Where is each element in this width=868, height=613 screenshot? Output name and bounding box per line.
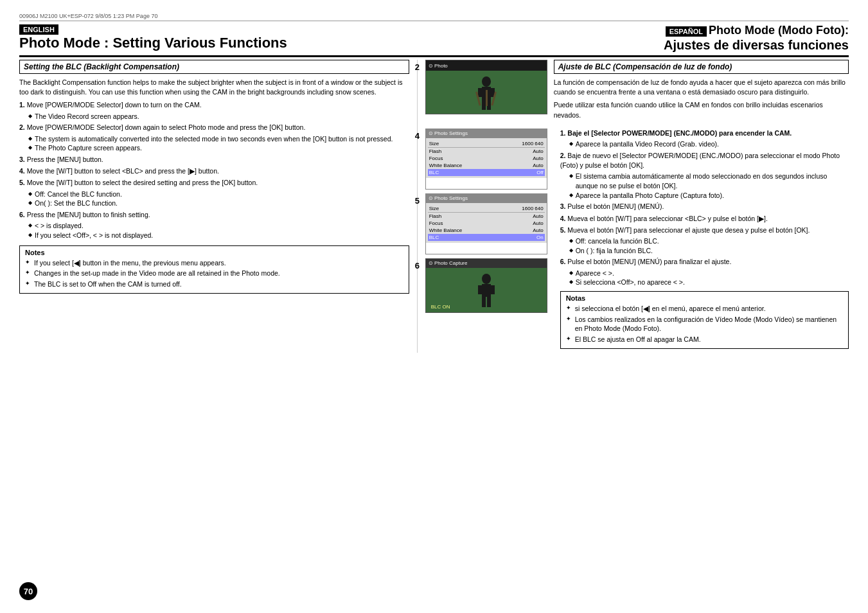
spanish-header: ESPAÑOL Photo Mode (Modo Foto): Ajustes … [660, 24, 849, 53]
photographer-icon [470, 74, 502, 112]
es-note-1: si selecciona el botón [◀] en el menú, a… [566, 304, 843, 314]
step-5-bullet-1: Off: Cancel the BLC function. [28, 190, 409, 199]
step-5: 5. Move the [W/T] button to select the d… [19, 178, 409, 208]
es-step-5-bullets: Off: cancela la función BLC. On ( ): fij… [560, 236, 849, 255]
left-column: Setting the BLC (Backlight Compensation)… [19, 60, 418, 353]
step-3: 3. Press the [MENU] button. [19, 155, 409, 164]
note-1: If you select [◀] button in the menu, th… [25, 258, 403, 268]
es-step-5: 5. Mueva el botón [W/T] para seleccionar… [560, 226, 849, 256]
screenshot-5-label: 5 [415, 196, 420, 206]
step-5-bullet-2: On( ): Set the BLC function. [28, 199, 409, 208]
step-2: 2. Move [POWER/MODE Selector] down again… [19, 123, 409, 153]
es-step-2: 2. Baje de nuevo el [Selector POWER/MODE… [560, 151, 849, 200]
es-step-6-b1: Aparece < >. [569, 269, 849, 278]
step-5-bullets: Off: Cancel the BLC function. On( ): Set… [19, 190, 409, 208]
step-4: 4. Move the [W/T] button to select <BLC>… [19, 166, 409, 176]
svg-rect-12 [490, 285, 495, 294]
notes-box-spanish: Notas si selecciona el botón [◀] en el m… [560, 291, 849, 349]
step-6-bullet-2: If you select <Off>, < > is not displaye… [28, 231, 409, 240]
es-step-5-b2: On ( ): fija la función BLC. [569, 246, 849, 256]
svg-rect-2 [478, 88, 483, 97]
spanish-section-title: Ajuste de BLC (Compensación de luz de fo… [554, 60, 849, 74]
screenshot-5-container: 5 ⊙ Photo Settings Size 1600 640 [425, 193, 554, 254]
english-section-title: Setting the BLC (Backlight Compensation) [19, 60, 409, 74]
menu-row-flash: Flash Auto [428, 148, 545, 155]
spanish-subtitle: Photo Mode (Modo Foto): [709, 24, 849, 37]
cam5-row-focus: Focus Auto [428, 220, 545, 227]
cam4-topbar: ⊙ Photo Settings [426, 129, 547, 138]
cam6-photographer-icon [470, 271, 502, 310]
english-steps: 1. Move [POWER/MODE Selector] down to tu… [19, 100, 409, 240]
es-step-2-b1: El sistema cambia automáticamente al mod… [569, 172, 849, 190]
svg-rect-13 [482, 297, 486, 307]
page-number: 70 [19, 582, 37, 600]
spanish-title: Ajustes de diversas funciones [660, 37, 849, 53]
english-header: ENGLISH Photo Mode : Setting Various Fun… [19, 24, 287, 51]
es-step-3: 3. Pulse el botón [MENU] (MENÚ). [560, 202, 849, 211]
english-intro: The Backlight Compensation function help… [19, 78, 409, 97]
svg-point-0 [482, 76, 491, 87]
top-meta: 00906J M2100 UK+ESP-072 9/8/05 1:23 PM P… [19, 13, 849, 21]
cam5-row-wb: White Balance Auto [428, 227, 545, 234]
english-badge: ENGLISH [19, 24, 58, 35]
cam5-menu: Size 1600 640 Flash Auto Focus Auto [426, 203, 547, 243]
cam5-topbar: ⊙ Photo Settings [426, 194, 547, 203]
step-6: 6. Press the [MENU] button to finish set… [19, 210, 409, 240]
notes-list-english: If you select [◀] button in the menu, th… [25, 258, 403, 289]
notes-box-english: Notes If you select [◀] button in the me… [19, 245, 409, 294]
cam5-row-size: Size 1600 640 [428, 205, 545, 213]
cam6-image: BLC ON [426, 268, 547, 313]
menu-row-wb: White Balance Auto [428, 162, 545, 169]
cam2-image [426, 71, 547, 114]
screenshot-4-label: 4 [415, 131, 420, 141]
page-header: ENGLISH Photo Mode : Setting Various Fun… [19, 24, 849, 57]
svg-rect-14 [487, 297, 491, 307]
es-step-1-b1: Aparece la pantalla Video Record (Grab. … [569, 139, 849, 149]
espanol-badge: ESPAÑOL [666, 26, 707, 37]
screenshot-4-container: 4 ⊙ Photo Settings Size 1600 640 [425, 129, 554, 190]
screenshot-6-label: 6 [415, 261, 420, 271]
step-1-bullet-1: The Video Record screen appears. [28, 112, 409, 121]
menu-row-size: Size 1600 640 [428, 140, 545, 148]
es-step-6-bullets: Aparece < >. Si selecciona <Off>, no apa… [560, 269, 849, 287]
step-2-bullets: The system is automatically converted in… [19, 134, 409, 153]
cam4-menu: Size 1600 640 Flash Auto Focus Auto [426, 138, 547, 178]
es-step-2-b2: Aparece la pantalla Photo Capture (Captu… [569, 191, 849, 200]
cam5-row-flash: Flash Auto [428, 213, 545, 220]
menu-row-blc: BLC Off [428, 169, 545, 176]
doc-ref: 00906J M2100 UK+ESP-072 9/8/05 1:23 PM P… [19, 13, 157, 19]
english-badge-container: ENGLISH [19, 24, 287, 35]
screenshot-5: ⊙ Photo Settings Size 1600 640 Flash Aut… [425, 193, 547, 254]
notes-title-spanish: Notas [566, 294, 843, 302]
spanish-intro2: Puede utilizar esta función cuando utili… [554, 100, 849, 120]
screenshot-4: ⊙ Photo Settings Size 1600 640 Flash Aut… [425, 129, 547, 190]
step-2-bullet-1: The system is automatically converted in… [28, 134, 409, 144]
screenshot-2-container: 2 ⊙ Photo [425, 60, 547, 123]
step-1-bullets: The Video Record screen appears. [19, 112, 409, 121]
screenshot-2-label: 2 [415, 62, 420, 72]
es-step-5-b1: Off: cancela la función BLC. [569, 236, 849, 246]
notes-title-english: Notes [25, 249, 403, 256]
cam6-topbar: ⊙ Photo Capture [426, 259, 547, 268]
es-step-1: 1. Baje el [Selector POWER/MODE] (ENC./M… [560, 129, 849, 149]
lower-content: 4 ⊙ Photo Settings Size 1600 640 [425, 129, 849, 353]
step-6-bullet-1: < > is displayed. [28, 221, 409, 231]
screenshot-2: ⊙ Photo [425, 60, 547, 114]
svg-rect-10 [482, 284, 491, 297]
step-6-bullets: < > is displayed. If you select <Off>, <… [19, 221, 409, 240]
es-step-1-bullets: Aparece la pantalla Video Record (Grab. … [560, 139, 849, 149]
spanish-section-block: Ajuste de BLC (Compensación de luz de fo… [554, 60, 849, 123]
screenshot-6: ⊙ Photo Capture [425, 258, 547, 313]
svg-rect-11 [478, 285, 483, 294]
note-2: Changes in the set-up made in the Video … [25, 269, 403, 278]
notes-list-spanish: si selecciona el botón [◀] en el menú, a… [566, 304, 843, 344]
menu-row-focus: Focus Auto [428, 155, 545, 162]
spanish-badge-container: ESPAÑOL Photo Mode (Modo Foto): [660, 24, 849, 37]
es-note-3: El BLC se ajusta en Off al apagar la CAM… [566, 335, 843, 344]
cam2-topbar: ⊙ Photo [426, 60, 547, 71]
page-container: 00906J M2100 UK+ESP-072 9/8/05 1:23 PM P… [0, 0, 868, 613]
spanish-steps: 1. Baje el [Selector POWER/MODE] (ENC./M… [560, 129, 849, 287]
es-step-6: 6. Pulse el botón [MENU] (MENÚ) para fin… [560, 257, 849, 287]
cam5-row-blc: BLC On [428, 234, 545, 241]
screenshots-row-1: 2 ⊙ Photo [425, 60, 849, 123]
